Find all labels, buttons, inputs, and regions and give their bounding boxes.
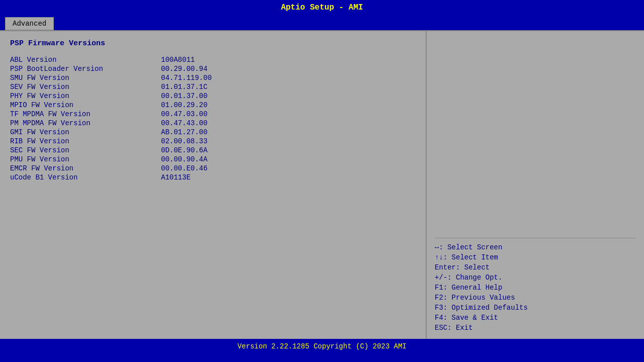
- fw-value-5: 01.00.29.20: [161, 101, 207, 109]
- fw-value-6: 00.47.03.00: [161, 110, 207, 118]
- fw-label-5: MPIO FW Version: [10, 101, 161, 109]
- fw-value-8: AB.01.27.00: [161, 128, 207, 136]
- fw-value-13: A10113E: [161, 173, 191, 182]
- fw-row-11: PMU FW Version00.00.90.4A: [10, 155, 416, 163]
- section-title: PSP Firmware Versions: [10, 39, 416, 48]
- fw-value-7: 00.47.43.00: [161, 119, 207, 127]
- footer: Version 2.22.1285 Copyright (C) 2023 AMI: [0, 339, 644, 355]
- fw-value-4: 00.01.37.00: [161, 92, 207, 100]
- fw-label-11: PMU FW Version: [10, 155, 161, 163]
- fw-label-0: ABL Version: [10, 56, 161, 64]
- fw-label-7: PM MPDMA FW Version: [10, 119, 161, 127]
- fw-label-2: SMU FW Version: [10, 74, 161, 82]
- fw-label-8: GMI FW Version: [10, 128, 161, 136]
- fw-label-4: PHY FW Version: [10, 92, 161, 100]
- fw-row-2: SMU FW Version04.71.119.00: [10, 74, 416, 82]
- help-item-2: Enter: Select: [435, 263, 636, 272]
- tab-advanced[interactable]: Advanced: [5, 17, 54, 30]
- fw-label-6: TF MPDMA FW Version: [10, 110, 161, 118]
- help-items: ↔: Select Screen↑↓: Select ItemEnter: Se…: [435, 243, 636, 334]
- fw-label-3: SEV FW Version: [10, 83, 161, 91]
- fw-value-1: 00.29.00.94: [161, 65, 207, 73]
- fw-row-3: SEV FW Version01.01.37.1C: [10, 83, 416, 91]
- fw-row-13: uCode B1 VersionA10113E: [10, 173, 416, 182]
- main-content: PSP Firmware Versions ABL Version100A801…: [0, 30, 644, 339]
- fw-row-12: EMCR FW Version00.00.E0.46: [10, 164, 416, 172]
- fw-row-1: PSP BootLoader Version00.29.00.94: [10, 65, 416, 73]
- fw-row-4: PHY FW Version00.01.37.00: [10, 92, 416, 100]
- left-panel: PSP Firmware Versions ABL Version100A801…: [0, 31, 427, 339]
- fw-label-1: PSP BootLoader Version: [10, 65, 161, 73]
- fw-label-9: RIB FW Version: [10, 137, 161, 145]
- fw-value-11: 00.00.90.4A: [161, 155, 207, 163]
- right-panel: ↔: Select Screen↑↓: Select ItemEnter: Se…: [427, 31, 644, 339]
- help-item-8: ESC: Exit: [435, 324, 636, 332]
- fw-label-10: SEC FW Version: [10, 146, 161, 154]
- help-item-4: F1: General Help: [435, 284, 636, 292]
- fw-rows: ABL Version100A8011PSP BootLoader Versio…: [10, 56, 416, 182]
- fw-row-0: ABL Version100A8011: [10, 56, 416, 64]
- help-divider: [435, 238, 636, 238]
- fw-label-13: uCode B1 Version: [10, 173, 161, 182]
- help-item-0: ↔: Select Screen: [435, 243, 636, 251]
- help-area: ↔: Select Screen↑↓: Select ItemEnter: Se…: [435, 36, 636, 334]
- tab-bar: Advanced: [0, 15, 644, 30]
- fw-value-2: 04.71.119.00: [161, 74, 212, 82]
- fw-label-12: EMCR FW Version: [10, 164, 161, 172]
- fw-value-12: 00.00.E0.46: [161, 164, 207, 172]
- fw-row-5: MPIO FW Version01.00.29.20: [10, 101, 416, 109]
- fw-value-3: 01.01.37.1C: [161, 83, 207, 91]
- footer-text: Version 2.22.1285 Copyright (C) 2023 AMI: [237, 342, 407, 350]
- fw-row-10: SEC FW Version0D.0E.90.6A: [10, 146, 416, 154]
- fw-value-9: 02.00.08.33: [161, 137, 207, 145]
- fw-value-10: 0D.0E.90.6A: [161, 146, 207, 154]
- help-item-6: F3: Optimized Defaults: [435, 304, 636, 312]
- help-item-3: +/-: Change Opt.: [435, 274, 636, 282]
- fw-row-6: TF MPDMA FW Version00.47.03.00: [10, 110, 416, 118]
- fw-row-9: RIB FW Version02.00.08.33: [10, 137, 416, 145]
- help-item-1: ↑↓: Select Item: [435, 253, 636, 261]
- app-title: Aptio Setup - AMI: [281, 3, 363, 12]
- help-item-7: F4: Save & Exit: [435, 314, 636, 322]
- title-bar: Aptio Setup - AMI: [0, 0, 644, 15]
- fw-value-0: 100A8011: [161, 56, 195, 64]
- fw-row-8: GMI FW VersionAB.01.27.00: [10, 128, 416, 136]
- help-item-5: F2: Previous Values: [435, 294, 636, 302]
- fw-row-7: PM MPDMA FW Version00.47.43.00: [10, 119, 416, 127]
